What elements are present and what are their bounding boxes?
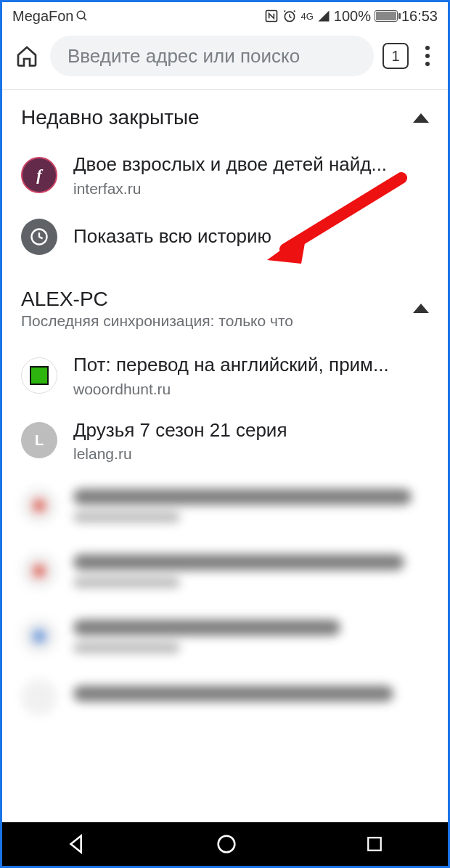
battery-pct: 100% [334,8,371,25]
list-item-blurred [2,669,448,715]
omnibox-placeholder: Введите адрес или поиско [68,45,300,68]
section-title: Недавно закрытые [21,106,200,129]
svg-rect-6 [368,837,381,851]
favicon-interfax: f [21,157,57,193]
carrier-label: MegaFon [12,8,74,25]
menu-dots-icon [425,46,430,50]
battery-icon [375,10,398,22]
favicon-blurred [21,679,57,715]
section-header-device[interactable]: ALEX-PC Последняя синхронизация: только … [2,266,448,343]
list-item-blurred [2,604,448,669]
favicon-letter: L [21,422,57,458]
home-button-nav[interactable] [214,832,239,856]
chevron-up-icon [413,113,429,123]
list-item[interactable]: L Друзья 7 сезон 21 серия lelang.ru [2,408,448,474]
favicon-blurred [21,618,57,654]
list-item[interactable]: f Двое взрослых и двое детей найд... int… [2,142,448,208]
home-icon [15,44,38,68]
clock-label: 16:53 [401,8,438,25]
row-url: wooordhunt.ru [73,381,429,398]
clock-icon [21,219,57,255]
back-button[interactable] [65,832,89,856]
network-label: 4G [300,11,313,22]
list-item-blurred [2,473,448,538]
svg-point-0 [77,11,85,19]
row-title: Двое взрослых и двое детей найд... [73,153,429,177]
section-subtitle: Последняя синхронизация: только что [21,312,293,330]
nfc-icon [264,9,279,23]
svg-point-5 [218,836,235,853]
favicon-blurred [21,487,57,524]
list-item-blurred [2,538,448,604]
omnibox[interactable]: Введите адрес или поиско [50,36,374,76]
list-item[interactable]: Пот: перевод на английский, прим... wooo… [2,343,448,408]
home-button[interactable] [12,41,41,70]
tab-switcher-button[interactable]: 1 [382,43,409,69]
search-icon [75,9,89,23]
row-title: Пот: перевод на английский, прим... [73,353,429,378]
section-title: ALEX-PC [21,288,293,311]
show-full-history-button[interactable]: Показать всю историю [2,208,448,266]
svg-line-1 [83,17,86,20]
menu-button[interactable] [417,46,438,66]
row-url: interfax.ru [73,180,429,198]
row-url: lelang.ru [73,445,429,463]
favicon-blurred [21,553,57,589]
tab-count-label: 1 [391,48,399,65]
row-title: Друзья 7 сезон 21 серия [73,418,429,443]
signal-icon [317,9,330,23]
row-title: Показать всю историю [73,224,429,249]
android-navbar [2,822,448,866]
section-header-recent[interactable]: Недавно закрытые [2,90,448,142]
recents-button[interactable] [364,833,385,855]
status-bar: MegaFon 4G 100% 16:53 [2,2,448,28]
favicon-wooordhunt [21,357,57,394]
alarm-icon [282,9,297,23]
chevron-up-icon [413,304,429,313]
browser-toolbar: Введите адрес или поиско 1 [2,28,448,89]
